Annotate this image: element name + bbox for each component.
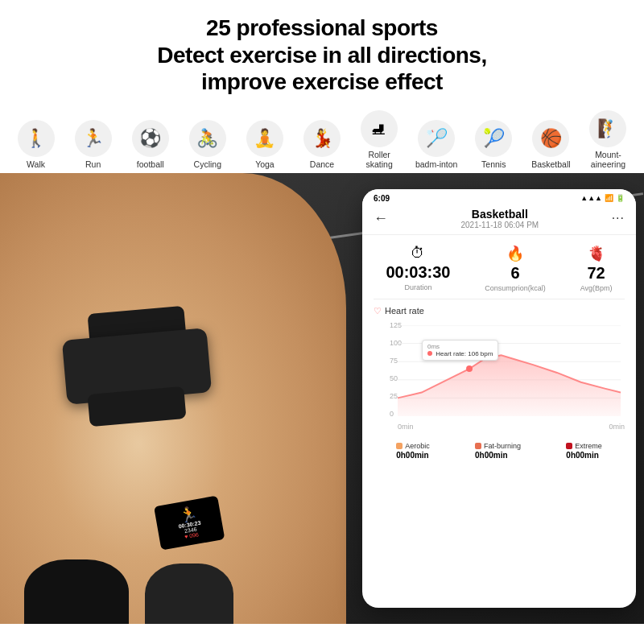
heart-rate-title: ♡ Heart rate — [374, 306, 625, 316]
sport-icon-7: 🏸 — [418, 120, 455, 157]
tooltip-text: Heart rate: 106 bpm — [436, 350, 493, 357]
phone-header: ← Basketball 2021-11-18 06:04 PM ··· — [362, 204, 636, 235]
stats-row: ⏱ 00:03:30 Duration 🔥 6 Consumprion(kcal… — [362, 235, 636, 299]
legend-dot-1 — [475, 443, 481, 449]
stat-item-2: 🫀 72 Avg(Bpm) — [580, 245, 613, 292]
stat-label-1: Consumprion(kcal) — [485, 284, 546, 292]
sport-label-8: Tennis — [481, 159, 506, 170]
sport-label-5: Dance — [310, 159, 334, 170]
legend-item-1: Fat-burning 0h00min — [475, 442, 521, 460]
stat-label-0: Duration — [404, 283, 431, 291]
back-button[interactable]: ← — [374, 210, 388, 227]
sport-label-4: Yoga — [255, 159, 275, 170]
hand-area: 🏃 00:30:23 2346 ♥ 096 — [0, 173, 346, 624]
heart-rate-section: ♡ Heart rate 125 100 75 50 25 0 — [362, 299, 636, 437]
phone-overlay: 6:09 ▲▲▲ 📶 🔋 ← Basketball 2021-11-18 06:… — [362, 189, 636, 608]
sport-icon-0: 🚶 — [18, 120, 55, 157]
sport-label-0: Walk — [27, 159, 45, 170]
stat-value-1: 6 — [511, 264, 520, 283]
legend-label-row-2: Extreme — [566, 442, 602, 450]
sport-item-10: 🧗 Mount-aineering — [584, 110, 633, 170]
sport-label-6: Roller skating — [355, 150, 404, 170]
sport-label-2: football — [137, 159, 164, 170]
sport-icon-6: ⛸ — [361, 110, 398, 147]
phone-status-bar: 6:09 ▲▲▲ 📶 🔋 — [362, 189, 636, 204]
shoe-left — [24, 559, 129, 624]
legend-value-0: 0h00min — [396, 451, 429, 460]
sport-icon-5: 💃 — [303, 120, 341, 157]
sport-label-7: badm-inton — [415, 159, 458, 170]
legend-label-2: Extreme — [575, 442, 602, 450]
sport-icon-9: 🏀 — [532, 120, 569, 157]
title-line2: Detect exercise in all directions, — [157, 43, 486, 68]
sport-item-5: 💃 Dance — [297, 120, 346, 170]
stat-value-2: 72 — [588, 264, 605, 283]
sport-label-3: Cycling — [194, 159, 221, 170]
legend-value-1: 0h00min — [475, 451, 508, 460]
legend-item-0: Aerobic 0h00min — [396, 442, 430, 460]
more-button[interactable]: ··· — [612, 211, 625, 225]
stat-label-2: Avg(Bpm) — [580, 284, 613, 292]
hr-legend: Aerobic 0h00min Fat-burning 0h00min Extr… — [362, 437, 636, 464]
sport-label-9: Basketball — [531, 159, 570, 170]
heart-icon: ♡ — [374, 306, 382, 316]
sport-icon-2: ⚽ — [132, 120, 169, 157]
sport-item-6: ⛸ Roller skating — [355, 110, 404, 170]
sport-icon-3: 🚴 — [189, 120, 226, 157]
heart-rate-label: Heart rate — [385, 306, 424, 316]
tooltip-time: 0ms — [427, 343, 440, 350]
sports-row: 🚶 Walk 🏃 Run ⚽ football 🚴 Cycling 🧘 Yoga… — [0, 102, 644, 173]
phone-header-title: Basketball 2021-11-18 06:04 PM — [388, 208, 612, 229]
legend-label-row-1: Fat-burning — [475, 442, 521, 450]
phone-time: 6:09 — [374, 194, 390, 203]
sport-icon-4: 🧘 — [246, 120, 283, 157]
legend-label-0: Aerobic — [405, 442, 430, 450]
phone-status-icons: ▲▲▲ 📶 🔋 — [580, 194, 625, 202]
sport-label-10: Mount-aineering — [584, 150, 633, 170]
stat-value-0: 00:03:30 — [386, 263, 450, 282]
stat-icon-2: 🫀 — [588, 245, 605, 262]
sport-item-4: 🧘 Yoga — [240, 120, 289, 170]
heart-icon: ♥ — [184, 534, 188, 540]
legend-dot-0 — [396, 443, 402, 449]
sport-item-9: 🏀 Basketball — [526, 120, 576, 170]
stat-item-1: 🔥 6 Consumprion(kcal) — [485, 245, 546, 292]
sport-label-1: Run — [85, 159, 101, 170]
heart-rate-chart: 125 100 75 50 25 0 — [374, 321, 625, 434]
legend-value-2: 0h00min — [566, 451, 599, 460]
stat-icon-0: ⏱ — [411, 245, 425, 262]
legend-item-2: Extreme 0h00min — [566, 442, 602, 460]
activity-name: Basketball — [388, 208, 612, 221]
sport-item-3: 🚴 Cycling — [183, 120, 232, 170]
chart-area: 0ms Heart rate: 106 bpm — [398, 325, 621, 416]
shoe-right — [145, 564, 233, 624]
activity-date: 2021-11-18 06:04 PM — [388, 221, 612, 229]
hr-tooltip: 0ms Heart rate: 106 bpm — [422, 340, 498, 361]
main-image-area: 🏃 00:30:23 2346 ♥ 096 6:09 ▲▲▲ 📶 🔋 — [0, 173, 644, 624]
battery-icon: 🔋 — [616, 194, 625, 202]
sport-icon-1: 🏃 — [75, 120, 112, 157]
tooltip-dot — [427, 351, 432, 356]
title-line3: improve exercise effect — [201, 69, 443, 94]
legend-dot-2 — [566, 443, 572, 449]
header-section: 25 professional sports Detect exercise i… — [0, 0, 644, 102]
stat-item-0: ⏱ 00:03:30 Duration — [386, 245, 450, 292]
sport-item-8: 🎾 Tennis — [469, 120, 518, 170]
signal-icon: ▲▲▲ — [580, 194, 602, 202]
wifi-icon: 📶 — [605, 194, 613, 202]
title-line1: 25 professional sports — [206, 15, 438, 40]
main-title: 25 professional sports Detect exercise i… — [16, 14, 628, 96]
x-axis: 0min 0min — [398, 423, 625, 431]
svg-point-5 — [466, 365, 473, 372]
legend-label-1: Fat-burning — [484, 442, 521, 450]
sport-icon-8: 🎾 — [475, 120, 512, 157]
stat-icon-1: 🔥 — [506, 245, 524, 262]
sport-item-1: 🏃 Run — [68, 120, 118, 170]
sport-icon-10: 🧗 — [589, 110, 626, 147]
legend-label-row-0: Aerobic — [396, 442, 430, 450]
sport-item-7: 🏸 badm-inton — [412, 120, 461, 170]
sport-item-0: 🚶 Walk — [11, 120, 60, 170]
tracker-heart: ♥ 096 — [184, 531, 200, 539]
sport-item-2: ⚽ football — [126, 120, 175, 170]
